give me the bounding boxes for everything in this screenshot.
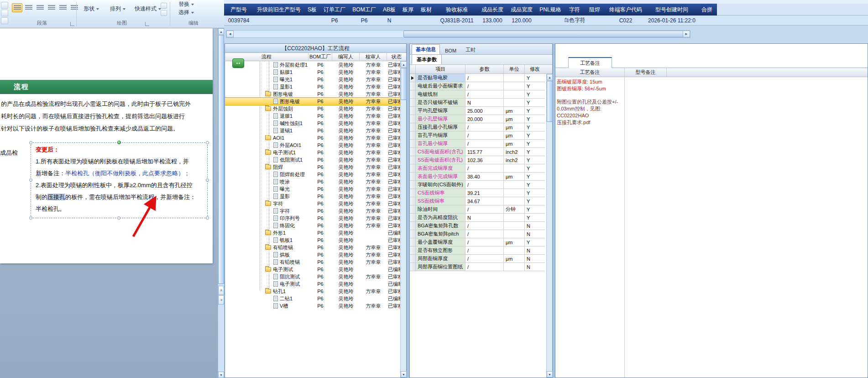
flow-row[interactable]: 钻孔1P6吴艳玲方幸章已审核 xyxy=(225,288,400,295)
flow-row[interactable]: 电子测试P6吴艳玲已编制 xyxy=(225,280,400,288)
model-column-header[interactable]: 终端客户代码 xyxy=(605,4,647,16)
flow-row[interactable]: 喷涂P6吴艳玲方幸章已审核 xyxy=(225,178,400,185)
scroll-up-icon[interactable]: ▲ xyxy=(547,74,553,80)
model-column-header[interactable]: S板 xyxy=(304,4,320,16)
flow-row[interactable]: 外层前处理1P6吴艳玲方幸章已审核 xyxy=(225,61,400,68)
flow-row[interactable]: 外形1P6吴艳玲已编制 xyxy=(225,229,400,236)
flow-row[interactable]: 印序列号P6吴艳玲方幸章已审核 xyxy=(225,215,400,222)
parameter-row[interactable]: 最小孔壁铜厚20.000μmY xyxy=(410,115,546,123)
parameter-row[interactable]: 是否贴导电胶/Y xyxy=(410,74,546,82)
model-table-value-row[interactable]: 0039784P6P6NQJ831B-2011133.000120.000白色字… xyxy=(224,16,868,26)
parameter-row[interactable]: 是否只镀铜不镀锡NY xyxy=(410,99,546,107)
model-column-header[interactable]: 成品长度 xyxy=(478,4,507,16)
previous-slide-icon[interactable]: « xyxy=(218,286,224,295)
parameter-row[interactable]: SS面残铜率34.67Y xyxy=(410,197,546,205)
scroll-down-icon[interactable]: ▼ xyxy=(218,372,224,378)
align-center-button[interactable] xyxy=(23,3,34,12)
resize-handle[interactable] xyxy=(117,216,120,220)
scroll-down-icon[interactable]: ▼ xyxy=(547,371,553,378)
column-header-parameter[interactable]: 参数 xyxy=(465,65,504,74)
flow-row[interactable]: 烘板P6吴艳玲方幸章已审核 xyxy=(225,251,400,258)
flow-row[interactable]: 显影P6吴艳玲方幸章已审核 xyxy=(225,193,400,200)
flow-row[interactable]: 低阻测试1P6吴艳玲方幸章已审核 xyxy=(225,156,400,163)
parameter-row[interactable]: 盲孔平均铜厚/μmY xyxy=(410,131,546,140)
flow-row[interactable]: 曝光P6吴艳玲方幸章已审核 xyxy=(225,185,400,193)
model-column-header[interactable]: 字符 xyxy=(565,4,585,16)
flow-row[interactable]: 贴膜1P6吴艳玲方幸章已审核 xyxy=(225,68,400,76)
parameter-row[interactable]: 表面完成铜厚度/Y xyxy=(410,164,546,173)
parameter-row[interactable]: 电镀后最小面铜要求/Y xyxy=(410,82,546,90)
columns-button[interactable] xyxy=(69,3,79,12)
model-column-header[interactable]: 合拼 xyxy=(697,4,717,16)
model-column-header[interactable]: 板材 xyxy=(417,4,436,16)
flow-row[interactable]: 有铅喷锡P6吴艳玲方幸章已审核 xyxy=(225,244,400,251)
arrange-button[interactable]: 排列 xyxy=(107,4,129,14)
resize-handle[interactable] xyxy=(29,216,32,220)
flow-row[interactable]: 有铅喷锡P6吴艳玲方幸章已审核 xyxy=(225,258,400,266)
mini-toolbar-button[interactable] xyxy=(1,2,8,9)
model-column-header[interactable]: AB板 xyxy=(379,4,399,16)
text-box-selection[interactable]: 变更后： 1.所有表面处理为喷锡的刚挠板在喷锡后增加半检流程，并新增备注：半检检… xyxy=(31,142,208,218)
resize-handle[interactable] xyxy=(206,216,209,220)
parameters-vertical-scrollbar[interactable]: ▲ ▼ xyxy=(546,74,552,378)
flow-row[interactable]: 字符P6吴艳玲方幸章已审核 xyxy=(225,200,400,207)
scroll-up-icon[interactable]: ▲ xyxy=(218,28,224,35)
resize-handle[interactable] xyxy=(206,178,209,182)
resize-handle[interactable] xyxy=(29,178,32,182)
shape-fill-button[interactable] xyxy=(161,3,167,9)
flow-row[interactable]: 阻抗测试P6吴艳玲方幸章已审核 xyxy=(225,273,400,280)
tab-basic-parameters[interactable]: 基本参数 xyxy=(412,54,442,64)
resize-handle[interactable] xyxy=(29,141,32,144)
flow-row[interactable]: 阻焊前处理P6吴艳玲方幸章已审核 xyxy=(225,171,400,178)
parameter-row[interactable]: BGA密集矩阵pitch/N xyxy=(410,230,546,238)
scrollbar-thumb[interactable] xyxy=(401,68,407,100)
flow-row[interactable]: 外层蚀刻P6吴艳玲方幸章已审核 xyxy=(225,105,400,112)
model-column-header[interactable]: 板厚 xyxy=(399,4,417,16)
model-column-header[interactable]: 成品宽度 xyxy=(507,4,536,16)
horizontal-scrollbar-thumb[interactable] xyxy=(403,31,684,37)
justify-button[interactable] xyxy=(46,3,57,12)
column-header-status[interactable]: 状态 xyxy=(387,53,406,61)
column-header-writer[interactable]: 编写人 xyxy=(332,53,360,61)
next-slide-icon[interactable]: « xyxy=(218,295,224,304)
horizontal-scrollbar[interactable]: ◄ ► xyxy=(226,30,690,38)
parameter-row[interactable]: 最小盖覆铜厚度/μmY xyxy=(410,238,546,247)
flow-row[interactable]: AOI1P6吴艳玲方幸章已审核 xyxy=(225,134,400,142)
tab-process-notes[interactable]: 工艺备注 xyxy=(568,57,612,68)
align-left-button[interactable] xyxy=(12,3,22,12)
parameter-row[interactable]: 电镀线别/Y xyxy=(410,90,546,99)
model-column-header[interactable]: PNL规格 xyxy=(536,4,565,16)
flow-row[interactable]: 图形电镀P6吴艳玲方幸章已审核 xyxy=(225,90,400,98)
model-column-header[interactable]: 型号创建时间 xyxy=(647,4,697,16)
flow-row[interactable]: 终固化P6吴艳玲方幸章已审核 xyxy=(225,222,400,229)
flow-row[interactable]: 曝光1P6吴艳玲方幸章已审核 xyxy=(225,76,400,83)
comment-bubble-icon[interactable] xyxy=(232,58,244,68)
resize-handle[interactable] xyxy=(206,141,209,144)
document-vertical-scrollbar[interactable]: ▲ « « ▼ xyxy=(218,28,224,378)
parameter-row[interactable]: 是否为高精度阻抗NY xyxy=(410,214,546,222)
scroll-down-icon[interactable]: ▼ xyxy=(401,371,407,378)
scrollbar-thumb[interactable] xyxy=(547,81,553,122)
model-column-header[interactable]: 产型号 xyxy=(224,4,253,16)
column-header-model-notes[interactable]: 型号备注 xyxy=(625,68,667,77)
tab-work-hours[interactable]: 工时 xyxy=(461,45,480,54)
parameter-row[interactable]: 局部面铜厚度/μmN xyxy=(410,255,546,263)
select-button[interactable]: 选择 xyxy=(175,7,197,18)
flow-row[interactable]: 阻焊P6吴艳玲方幸章已审核 xyxy=(225,163,400,171)
parameter-row[interactable]: 是否有独立图形/N xyxy=(410,247,546,255)
parameter-row[interactable]: 压接孔最小孔铜厚/μmY xyxy=(410,123,546,131)
tab-bom[interactable]: BOM xyxy=(441,46,460,54)
process-notes-content[interactable]: 面铜镀层厚度: 15um图镀后铜厚: 56+/-5um附图位置的孔径及公差按+/… xyxy=(555,77,625,378)
distribute-button[interactable] xyxy=(58,3,68,12)
column-header-bom-factory[interactable]: BOM工厂 xyxy=(309,53,332,61)
slide-canvas[interactable]: 流程 的产品在成品检验流程时出现孔小需返工的问题，此时由于板子已铣完外耗时长的问… xyxy=(0,28,213,263)
parameter-row[interactable]: 局部厚面铜位置图纸/N xyxy=(410,263,546,271)
parameter-row[interactable]: CS面残铜率39.21Y xyxy=(410,189,546,197)
flow-vertical-scrollbar[interactable]: ▲ ▼ xyxy=(400,61,406,378)
model-column-header[interactable]: 验收标准 xyxy=(436,4,478,16)
flow-row[interactable]: 退膜1P6吴艳玲方幸章已审核 xyxy=(225,112,400,120)
shapes-button[interactable]: 形状 xyxy=(80,4,102,14)
quick-styles-button[interactable]: 快速样式 xyxy=(131,4,164,14)
parameter-row[interactable]: SS面电镀面积(含孔)102.36inch2Y xyxy=(410,156,546,164)
drawing-dialog-launcher-icon[interactable] xyxy=(145,22,149,26)
